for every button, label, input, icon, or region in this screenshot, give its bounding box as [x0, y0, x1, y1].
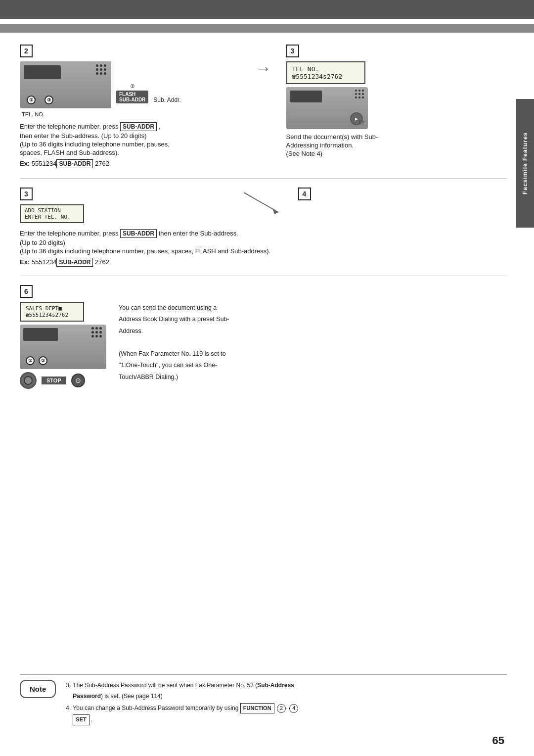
tab-label: Facsimile Features — [522, 132, 529, 194]
step6-number: 6 — [20, 285, 33, 298]
row-step6: SALES DEPT■ ☎5551234s2762 ① ② — [20, 302, 507, 389]
sales-display: SALES DEPT■ ☎5551234s2762 — [20, 302, 84, 322]
sub-addr-label: Sub. Addr. — [153, 96, 180, 103]
step2-section: 2 ① ③ — [20, 45, 241, 169]
step3-desc2: Addressing information. — [286, 142, 507, 149]
sub-addr-box-4: SUB-ADDR — [56, 258, 93, 267]
tel-display: TEL NO. ☎5551234s2762 — [286, 61, 365, 84]
step6-header: 6 — [20, 285, 507, 298]
station-line1: ADD STATION — [25, 207, 79, 214]
flash-btn: FLASHSUB-ADDR — [116, 91, 148, 103]
sub-addr-box-2: SUB-ADDR — [56, 159, 93, 168]
sub-addr-box-3: SUB-ADDR — [120, 229, 157, 238]
stop-button-area — [20, 372, 37, 389]
arrow-3-4 — [244, 188, 283, 217]
step3-bottom-section: 3 ADD STATION ENTER TEL. NO. — [20, 188, 229, 223]
device-illustration-3: ▶ ☞ — [286, 87, 368, 129]
step2-instructions: Enter the telephone number, press SUB-AD… — [20, 122, 241, 168]
step4-section: 4 — [298, 188, 507, 204]
device-illustration-6: ① ② — [20, 325, 106, 369]
circle-2: 2 — [277, 704, 286, 713]
sales-line1: SALES DEPT■ — [26, 305, 78, 312]
step2-number: 2 — [20, 45, 33, 57]
tel-display-line1: TEL NO. — [292, 65, 359, 73]
set-box: SET — [73, 714, 89, 725]
station-display: ADD STATION ENTER TEL. NO. — [20, 204, 84, 223]
step6-section: 6 SALES DEPT■ ☎5551234s2762 — [20, 285, 507, 389]
tel-display-line2: ☎5551234s2762 — [292, 73, 359, 80]
sub-addr-box-1: SUB-ADDR — [120, 122, 157, 131]
step2-header: 2 — [20, 45, 241, 57]
note-text: 3.The Sub-Address Password will be sent … — [66, 680, 299, 726]
facsimile-features-tab: Facsimile Features — [516, 99, 534, 228]
tel-label-2: TEL. NO. — [22, 111, 44, 117]
note-label-box: Note — [20, 680, 56, 726]
step3-top-number: 3 — [286, 45, 299, 57]
step3-bottom-header: 3 — [20, 188, 229, 200]
step6-left: SALES DEPT■ ☎5551234s2762 ① ② — [20, 302, 109, 389]
row-steps-2-3: 2 ① ③ — [20, 45, 507, 169]
stop-label: STOP — [42, 377, 66, 384]
divider-1 — [20, 178, 507, 179]
main-content: 2 ① ③ — [20, 40, 507, 716]
step3-top-section: 3 TEL NO. ☎5551234s2762 ▶ — [286, 45, 507, 169]
page-number: 65 — [492, 734, 504, 747]
function-box: FUNCTION — [240, 703, 274, 714]
circle-4: 4 — [289, 704, 298, 713]
ok-button: ⊙ — [71, 374, 85, 387]
step4-header: 4 — [298, 188, 507, 200]
note-label: Note — [20, 680, 56, 698]
step6-right: You can send the document using a Addres… — [119, 302, 507, 383]
arrow-2-3: → — [256, 45, 271, 169]
row-steps-3-4: 3 ADD STATION ENTER TEL. NO. 4 — [20, 188, 507, 223]
station-line2: ENTER TEL. NO. — [25, 214, 79, 220]
step4-number: 4 — [298, 188, 311, 200]
top-bar — [0, 0, 534, 19]
sales-line2: ☎5551234s2762 — [26, 312, 78, 318]
step3-bottom-number: 3 — [20, 188, 33, 200]
step3-desc3: (See Note 4) — [286, 150, 507, 157]
note-section: Note 3.The Sub-Address Password will be … — [20, 674, 507, 726]
step3-bottom-instructions: Enter the telephone number, press SUB-AD… — [20, 229, 507, 267]
step3-top-header: 3 — [286, 45, 507, 57]
step3-description: Send the document(s) with Sub- Addressin… — [286, 133, 507, 157]
device-illustration-2: ① ③ TEL. NO. — [20, 61, 111, 108]
step3-desc1: Send the document(s) with Sub- — [286, 133, 507, 141]
divider-2 — [20, 276, 507, 276]
second-bar — [0, 24, 534, 33]
